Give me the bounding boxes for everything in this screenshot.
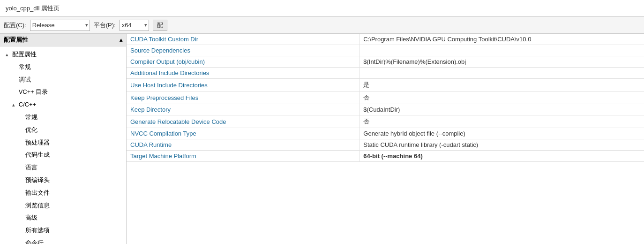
tree: ▴ 配置属性 常规 调试 VC++ 目录 ▴ C/C++ 常规 [0,46,126,244]
table-row[interactable]: Source Dependencies [127,45,644,56]
tree-item-cpp-root[interactable]: ▴ C/C++ [0,99,126,111]
config-label: 配置(C): [4,21,26,30]
prop-value: Static CUDA runtime library (-cudart sta… [359,139,644,151]
window-title: yolo_cpp_dll 属性页 [6,4,60,13]
tree-item-vcpp-dirs[interactable]: VC++ 目录 [0,86,126,99]
prop-label: CUDA Toolkit Custom Dir [127,34,359,45]
prop-value: 64-bit (--machine 64) [359,151,644,162]
platform-select-wrapper[interactable]: x64 Win32 [120,20,149,31]
table-row[interactable]: Keep Preprocessed Files否 [127,92,644,104]
table-row[interactable]: CUDA RuntimeStatic CUDA runtime library … [127,139,644,151]
table-row[interactable]: Compiler Output (obj/cubin)$(IntDir)%(Fi… [127,56,644,68]
tree-item-config-root[interactable]: ▴ 配置属性 [0,48,126,61]
prop-value: C:\Program Files\NVIDIA GPU Computing To… [359,34,644,45]
prop-value: $(IntDir)%(Filename)%(Extension).obj [359,56,644,68]
tree-item-cpp-output[interactable]: 输出文件 [0,187,126,199]
expand-icon: ▴ [10,101,17,109]
table-row[interactable]: Additional Include Directories [127,68,644,79]
tree-item-cpp-lang[interactable]: 语言 [0,161,126,174]
expand-icon: ▴ [4,51,10,59]
tree-item-cpp-pch[interactable]: 预编译头 [0,174,126,187]
tree-item-cpp-cmdline[interactable]: 命令行 [0,237,126,244]
tree-item-cpp-optim[interactable]: 优化 [0,124,126,137]
sidebar: 配置属性 ▴ ▴ 配置属性 常规 调试 VC++ 目录 ▴ [0,34,127,244]
prop-label: Source Dependencies [127,45,359,56]
prop-label: Use Host Include Directories [127,79,359,92]
prop-value [359,45,644,56]
extra-button[interactable]: 配 [153,20,167,31]
tree-item-cpp-general[interactable]: 常规 [0,111,126,124]
prop-label: Keep Preprocessed Files [127,92,359,104]
table-row[interactable]: Generate Relocatable Device Code否 [127,115,644,128]
prop-table: CUDA Toolkit Custom DirC:\Program Files\… [127,34,644,162]
table-row[interactable]: CUDA Toolkit Custom DirC:\Program Files\… [127,34,644,45]
tree-item-debugging[interactable]: 调试 [0,74,126,86]
prop-value: $(CudaIntDir) [359,104,644,115]
prop-value: Generate hybrid object file (--compile) [359,128,644,139]
toolbar: 配置(C): Release Debug All Configurations … [0,17,644,34]
table-row[interactable]: Keep Directory$(CudaIntDir) [127,104,644,115]
prop-label: Compiler Output (obj/cubin) [127,56,359,68]
tree-item-cpp-codegen[interactable]: 代码生成 [0,149,126,161]
prop-label: Keep Directory [127,104,359,115]
tree-item-cpp-allopts[interactable]: 所有选项 [0,224,126,237]
tree-item-cpp-advanced[interactable]: 高级 [0,212,126,224]
platform-label: 平台(P): [94,21,116,30]
tree-item-cpp-preproc[interactable]: 预处理器 [0,137,126,149]
tree-item-general[interactable]: 常规 [0,61,126,74]
config-select[interactable]: Release Debug All Configurations [30,20,90,31]
prop-label: Generate Relocatable Device Code [127,115,359,128]
table-row[interactable]: NVCC Compilation TypeGenerate hybrid obj… [127,128,644,139]
title-bar: yolo_cpp_dll 属性页 [0,0,644,17]
main-content: 配置属性 ▴ ▴ 配置属性 常规 调试 VC++ 目录 ▴ [0,34,644,244]
prop-label: Additional Include Directories [127,68,359,79]
prop-label: CUDA Runtime [127,139,359,151]
prop-value: 否 [359,115,644,128]
prop-value [359,68,644,79]
table-row[interactable]: Target Machine Platform64-bit (--machine… [127,151,644,162]
prop-label: NVCC Compilation Type [127,128,359,139]
config-select-wrapper[interactable]: Release Debug All Configurations [30,20,90,31]
table-row[interactable]: Use Host Include Directories是 [127,79,644,92]
property-grid: CUDA Toolkit Custom DirC:\Program Files\… [127,34,644,244]
platform-select[interactable]: x64 Win32 [120,20,149,31]
sidebar-header: 配置属性 ▴ [0,34,126,46]
prop-label: Target Machine Platform [127,151,359,162]
prop-value: 否 [359,92,644,104]
prop-value: 是 [359,79,644,92]
tree-item-cpp-browse[interactable]: 浏览信息 [0,199,126,212]
